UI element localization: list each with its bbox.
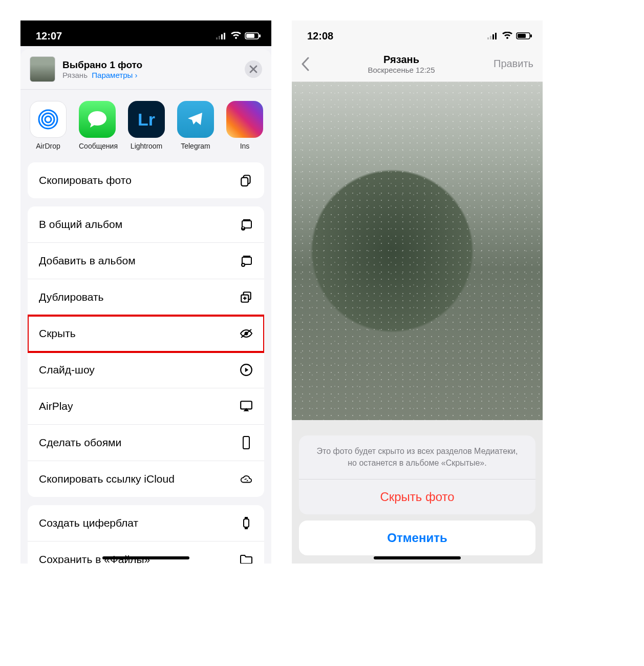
action-shared-album[interactable]: В общий альбом: [28, 206, 264, 243]
wifi-icon: [502, 32, 513, 40]
svg-rect-22: [243, 436, 249, 449]
svg-point-8: [42, 113, 54, 126]
svg-rect-31: [518, 34, 526, 38]
action-airplay[interactable]: AirPlay: [28, 388, 264, 425]
status-bar: 12:07: [20, 20, 271, 46]
sheet-location: Рязань: [62, 71, 88, 79]
svg-rect-2: [221, 34, 223, 39]
photo-view[interactable]: [292, 82, 543, 420]
nav-bar: Рязань Воскресенье 12:25 Править: [292, 46, 543, 82]
svg-point-7: [45, 116, 51, 122]
action-list: Скопировать фото В общий альбом Добавить…: [20, 162, 271, 564]
share-sheet: Выбрано 1 фото Рязань Параметры › AirDro…: [20, 49, 271, 564]
status-bar: 12:08: [292, 20, 543, 46]
svg-rect-24: [245, 517, 248, 518]
svg-rect-0: [216, 37, 218, 39]
telegram-icon: [185, 109, 206, 130]
svg-rect-29: [495, 33, 497, 39]
share-sheet-screen: 12:07 Выбрано 1 фото Рязань Параметры ›: [20, 20, 271, 564]
svg-rect-3: [224, 33, 225, 39]
action-hide[interactable]: Скрыть: [28, 316, 264, 352]
sheet-title: Выбрано 1 фото: [62, 59, 238, 71]
messages-icon: [86, 108, 109, 131]
watch-icon: [240, 516, 253, 530]
play-icon: [240, 363, 253, 377]
hide-icon: [240, 327, 253, 340]
svg-rect-27: [490, 36, 491, 39]
action-group: Создать циферблат Сохранить в «Файлы»: [28, 505, 264, 564]
hide-photo-button[interactable]: Скрыть фото: [299, 479, 535, 514]
action-sheet-message: Это фото будет скрыто из всех разделов М…: [299, 435, 535, 479]
svg-rect-21: [241, 401, 252, 409]
app-instagram[interactable]: Ins: [226, 101, 263, 150]
airdrop-icon: [36, 107, 60, 132]
app-airdrop[interactable]: AirDrop: [30, 101, 67, 150]
phone-icon: [240, 436, 253, 449]
cellular-icon: [216, 32, 227, 39]
folder-icon: [240, 553, 253, 564]
home-indicator[interactable]: [102, 556, 189, 559]
home-indicator[interactable]: [374, 556, 461, 559]
battery-icon: [245, 32, 261, 39]
status-time: 12:07: [36, 30, 62, 42]
action-group: Скопировать фото: [28, 162, 264, 198]
status-icons: [487, 32, 532, 40]
sheet-header: Выбрано 1 фото Рязань Параметры ›: [20, 49, 271, 90]
action-add-album[interactable]: Добавить в альбом: [28, 243, 264, 279]
chevron-left-icon: [301, 57, 309, 71]
shared-album-icon: [240, 218, 253, 231]
cellular-icon: [487, 32, 499, 39]
svg-rect-26: [487, 37, 489, 39]
svg-rect-11: [241, 178, 248, 186]
action-group: В общий альбом Добавить в альбом Дублиро…: [28, 206, 264, 497]
action-save-files[interactable]: Сохранить в «Файлы»: [28, 542, 264, 564]
action-duplicate[interactable]: Дублировать: [28, 279, 264, 316]
action-sheet: Это фото будет скрыто из всех разделов М…: [299, 435, 535, 555]
options-link[interactable]: Параметры ›: [92, 71, 137, 79]
action-watchface[interactable]: Создать циферблат: [28, 505, 264, 542]
airplay-icon: [240, 400, 253, 413]
svg-rect-6: [259, 34, 261, 37]
back-button[interactable]: [301, 57, 309, 71]
close-icon: [249, 65, 257, 73]
status-time: 12:08: [307, 30, 333, 42]
nav-title-block: Рязань Воскресенье 12:25: [368, 54, 435, 74]
action-copy-photo[interactable]: Скопировать фото: [28, 162, 264, 198]
selection-thumbnail: [30, 56, 55, 82]
battery-icon: [516, 32, 532, 39]
app-lightroom[interactable]: Lr Lightroom: [128, 101, 165, 150]
duplicate-icon: [240, 290, 253, 304]
app-telegram[interactable]: Telegram: [177, 101, 214, 150]
svg-rect-23: [244, 519, 249, 527]
svg-point-14: [243, 227, 244, 228]
svg-rect-32: [530, 34, 532, 37]
svg-rect-25: [245, 528, 248, 529]
add-album-icon: [240, 254, 253, 267]
edit-button[interactable]: Править: [493, 58, 533, 70]
close-button[interactable]: [245, 60, 262, 78]
cancel-button[interactable]: Отменить: [299, 521, 535, 555]
action-icloud-link[interactable]: Скопировать ссылку iCloud: [28, 461, 264, 497]
app-messages[interactable]: Сообщения: [79, 101, 116, 150]
status-icons: [216, 32, 261, 40]
action-wallpaper[interactable]: Сделать обоями: [28, 425, 264, 461]
photo-detail-screen: 12:08 Рязань Воскресенье 12:25 Править Э…: [292, 20, 543, 564]
cloud-link-icon: [240, 472, 253, 486]
svg-rect-28: [492, 34, 494, 39]
action-slideshow[interactable]: Слайд-шоу: [28, 352, 264, 388]
svg-rect-5: [246, 34, 254, 38]
lightroom-icon: Lr: [138, 110, 155, 130]
wifi-icon: [230, 32, 242, 40]
share-apps-row[interactable]: AirDrop Сообщения Lr Lightroom: [20, 90, 271, 162]
copy-icon: [240, 174, 253, 187]
svg-rect-1: [219, 36, 220, 39]
